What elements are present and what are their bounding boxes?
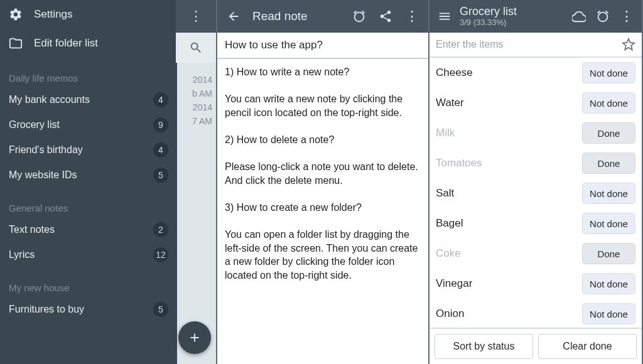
grocery-item[interactable]: MilkDone	[430, 118, 642, 148]
grocery-title: Grocery list	[460, 6, 566, 18]
grocery-item-status-button[interactable]: Done	[582, 243, 635, 264]
grocery-item-status-button[interactable]: Not done	[582, 273, 635, 294]
overflow-button-c[interactable]: ⋮	[615, 5, 638, 28]
folder-row[interactable]: Friend's birthday4	[0, 137, 177, 163]
folder-name: My website IDs	[9, 169, 77, 181]
grocery-item-status-button[interactable]: Not done	[582, 62, 635, 83]
menu-button[interactable]	[433, 5, 456, 28]
note-body: 1) How to write a new note? You can writ…	[217, 59, 428, 364]
plus-icon	[188, 331, 202, 345]
search-icon	[189, 41, 203, 55]
settings-label: Settings	[34, 8, 72, 21]
note-title: How to use the app?	[217, 33, 428, 59]
grocery-header: Grocery list 3/9 (33.33%) ⋮	[430, 0, 642, 33]
back-button[interactable]	[222, 5, 245, 28]
folder-row[interactable]: Text notes2	[0, 217, 177, 242]
drawer-peek: ⋮ 2014b AM20147 AM	[177, 0, 216, 364]
grocery-item-name: Bagel	[436, 217, 463, 230]
panel-grocery-list: Grocery list 3/9 (33.33%) ⋮ CheeseNot do…	[430, 0, 643, 364]
grocery-item[interactable]: WaterNot done	[430, 88, 642, 118]
folder-row[interactable]: Grocery list9	[0, 112, 177, 137]
folder-row[interactable]: My website IDs5	[0, 163, 177, 188]
cloud-icon	[572, 9, 586, 23]
folder-name: Text notes	[9, 224, 55, 235]
folder-category-header: Daily life memos	[0, 58, 177, 87]
folder-count-badge: 4	[153, 92, 168, 107]
share-button[interactable]	[374, 5, 397, 28]
grocery-item[interactable]: OnionNot done	[430, 299, 642, 328]
enter-items-input[interactable]	[436, 39, 622, 50]
folder-row[interactable]: Furnitures to buy5	[0, 297, 177, 322]
grocery-item-status-button[interactable]: Done	[582, 153, 635, 174]
settings-row[interactable]: Settings	[0, 0, 177, 29]
grocery-item[interactable]: VinegarNot done	[430, 269, 642, 299]
alarm-icon	[352, 9, 366, 23]
folder-name: My bank accounts	[9, 94, 90, 105]
drawer: Settings Edit folder list Daily life mem…	[0, 0, 177, 364]
folder-category-header: General notes	[0, 188, 177, 217]
grocery-item[interactable]: BagelNot done	[430, 208, 642, 238]
sort-by-status-button[interactable]: Sort by status	[435, 334, 533, 359]
grocery-item-status-button[interactable]: Not done	[582, 92, 635, 114]
grocery-item-name: Tomatoes	[436, 157, 482, 169]
folder-category-header: My new house	[0, 267, 177, 297]
add-note-fab[interactable]	[178, 321, 211, 354]
grocery-item-name: Cheese	[436, 67, 473, 79]
grocery-bottom-bar: Sort by status Clear done	[430, 328, 642, 364]
grocery-item[interactable]: SaltNot done	[430, 178, 642, 208]
grocery-title-block: Grocery list 3/9 (33.33%)	[457, 6, 566, 27]
grocery-item-status-button[interactable]: Done	[582, 122, 635, 144]
folder-count-badge: 9	[153, 117, 168, 132]
alarm-button-c[interactable]	[592, 5, 614, 28]
folder-name: Lyrics	[9, 249, 35, 260]
folder-name: Furnitures to buy	[9, 304, 84, 315]
grocery-item-status-button[interactable]: Not done	[582, 213, 635, 234]
more-icon: ⋮	[189, 8, 203, 24]
grocery-item-name: Water	[436, 97, 464, 109]
more-icon: ⋮	[405, 8, 419, 24]
edit-folder-label: Edit folder list	[34, 37, 98, 50]
favorite-toggle[interactable]	[622, 38, 635, 51]
enter-items-row	[430, 33, 642, 58]
grocery-item[interactable]: CokeDone	[430, 238, 642, 269]
folder-count-badge: 5	[153, 168, 168, 183]
grocery-item-name: Onion	[436, 308, 464, 320]
gear-icon	[9, 8, 23, 21]
folder-row[interactable]: My bank accounts4	[0, 87, 177, 112]
folder-name: Grocery list	[9, 119, 60, 131]
grocery-item-status-button[interactable]: Not done	[582, 303, 635, 324]
share-icon	[379, 9, 392, 23]
folder-count-badge: 2	[153, 222, 168, 237]
clear-done-button[interactable]: Clear done	[538, 334, 637, 359]
grocery-subtitle: 3/9 (33.33%)	[460, 18, 566, 27]
panel-read-note: Read note ⋮ How to use the app? 1) How t…	[217, 0, 430, 364]
grocery-item-status-button[interactable]: Not done	[582, 183, 635, 204]
grocery-items-list[interactable]: CheeseNot doneWaterNot doneMilkDoneTomat…	[430, 58, 642, 328]
panel-drawer: Settings Edit folder list Daily life mem…	[0, 0, 217, 364]
arrow-left-icon	[227, 9, 240, 23]
folder-row[interactable]: Lyrics12	[0, 242, 177, 267]
overflow-button[interactable]: ⋮	[401, 5, 423, 28]
cloud-button[interactable]	[568, 5, 590, 28]
alarm-icon	[596, 9, 610, 23]
star-icon	[622, 38, 635, 51]
edit-folder-row[interactable]: Edit folder list	[0, 29, 177, 58]
folder-name: Friend's birthday	[9, 144, 83, 156]
peek-search-button[interactable]	[176, 33, 216, 63]
peek-overflow[interactable]: ⋮	[176, 0, 216, 33]
folder-count-badge: 4	[153, 142, 168, 158]
grocery-item-name: Vinegar	[436, 277, 472, 290]
folder-count-badge: 5	[153, 302, 168, 317]
grocery-item[interactable]: TomatoesDone	[430, 148, 642, 178]
peek-dates: 2014b AM20147 AM	[192, 73, 212, 128]
more-icon: ⋮	[620, 8, 634, 24]
folder-icon	[9, 36, 23, 50]
read-note-title: Read note	[249, 9, 344, 23]
grocery-item-name: Salt	[436, 187, 454, 200]
folder-count-badge: 12	[153, 247, 168, 262]
grocery-item-name: Coke	[436, 247, 461, 260]
alarm-button[interactable]	[348, 5, 370, 28]
read-note-header: Read note ⋮	[217, 0, 428, 33]
grocery-item[interactable]: CheeseNot done	[430, 58, 642, 88]
grocery-item-name: Milk	[436, 127, 455, 139]
